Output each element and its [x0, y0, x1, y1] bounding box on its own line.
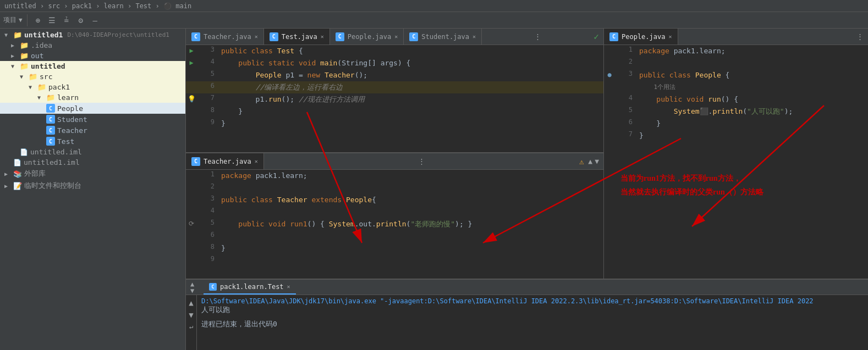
right-editor-pane: C People.java ✕ ⋮ 1: [604, 29, 868, 279]
tab-people-java-right[interactable]: C People.java ✕: [604, 29, 678, 45]
class-icon: C: [191, 32, 200, 41]
gutter-empty: [186, 242, 197, 254]
class-icon: C: [609, 32, 618, 41]
toolbar: 项目 ▼ ⊕ ☰ ≟ ⚙ —: [0, 12, 868, 29]
people-code-editor[interactable]: 1 package pack1.learn; 2 ●: [604, 45, 868, 279]
project-icon: 📁: [13, 31, 22, 39]
line-content: public static void main(String[] args) {: [219, 57, 603, 69]
scroll-up-btn[interactable]: ▲: [188, 297, 194, 308]
enter-btn[interactable]: ↵: [188, 321, 194, 331]
toolbar-add-btn[interactable]: ⊕: [32, 14, 44, 26]
project-label: 项目: [3, 15, 17, 25]
tab-teacher-java-bottom[interactable]: C Teacher.java ✕: [186, 153, 264, 169]
line-number: 8: [197, 105, 219, 118]
line-content: p1.run(); //现在进行方法调用: [219, 93, 603, 105]
tab-student-java[interactable]: C Student.java ✕: [404, 29, 482, 45]
expand-icon: ▼: [20, 74, 26, 80]
toolbar-dropdown[interactable]: ▼: [19, 16, 23, 24]
main-layout: ▼ 📁 untitled1 D:\040-IDEAProject\untitle…: [0, 29, 868, 350]
code-line-3-hint: 1个用法: [604, 81, 868, 93]
code-line-7: 💡 7 p1.run(); //现在进行方法调用: [186, 93, 603, 105]
gutter-run[interactable]: ▶: [186, 45, 197, 57]
gutter-empty: [604, 118, 615, 130]
sidebar-item-label: Teacher: [57, 126, 87, 135]
lamp-icon[interactable]: 💡: [188, 95, 196, 103]
toolbar-close-btn[interactable]: —: [89, 14, 101, 26]
sidebar-item-untitled1[interactable]: ▼ 📁 untitled1 D:\040-IDEAProject\untitle…: [0, 30, 185, 40]
toolbar-sort-btn[interactable]: ≟: [61, 14, 73, 26]
sidebar-item-student[interactable]: C Student: [0, 114, 185, 125]
gutter-empty: [186, 81, 197, 93]
check-icon: ✓: [594, 31, 603, 42]
sidebar-item-teacher[interactable]: C Teacher: [0, 125, 185, 136]
line-content: }: [219, 118, 603, 130]
line-number: 2: [615, 57, 637, 69]
tab-close-btn[interactable]: ✕: [473, 34, 476, 40]
file-icon: 📄: [13, 159, 21, 166]
test-tab-bar: C Teacher.java ✕ C Test.java ✕ C: [186, 29, 603, 45]
scroll-down-btn[interactable]: ▼: [595, 157, 603, 165]
tab-close-btn[interactable]: ✕: [668, 34, 672, 40]
tab-close-btn[interactable]: ✕: [321, 34, 324, 40]
gutter-run[interactable]: ▶: [186, 57, 197, 69]
line-number: 2: [197, 182, 219, 194]
bottom-tab-close-btn[interactable]: ✕: [287, 284, 290, 290]
bottom-output: D:\Software\IDEA\Java\JDK\jdk17\bin\java…: [197, 295, 868, 350]
folder-icon: 📚: [13, 170, 22, 178]
teacher-editor-panel: C Teacher.java ✕ ⋮ ⚠ ▲ ▼: [186, 152, 603, 279]
sidebar-item-untitled[interactable]: ▼ 📁 untitled: [0, 61, 185, 71]
tab-close-btn[interactable]: ✕: [255, 158, 258, 164]
toolbar-settings-btn[interactable]: ⚙: [75, 14, 87, 26]
sidebar-item-test[interactable]: C Test: [0, 136, 185, 147]
sidebar-item-untitled1-iml[interactable]: 📄 untitled1.iml: [0, 157, 185, 168]
sidebar-item-external-libs[interactable]: ▶ 📚 外部库: [0, 168, 185, 180]
tab-teacher-java[interactable]: C Teacher.java ✕: [186, 29, 264, 45]
tab-close-btn[interactable]: ✕: [394, 34, 398, 40]
scroll-down-btn[interactable]: ▼: [188, 309, 194, 320]
run-icon[interactable]: ▶: [189, 47, 193, 54]
code-line-1: 1 package pack1.learn;: [186, 170, 603, 182]
java-cmd-line[interactable]: D:\Software\IDEA\Java\JDK\jdk17\bin\java…: [201, 297, 864, 305]
sidebar-item-idea[interactable]: ▶ 📁 .idea: [0, 40, 185, 51]
gutter-empty: [186, 105, 197, 118]
line-content: //编译看左边，运行看右边: [219, 81, 603, 93]
scroll-up-btn[interactable]: ▲: [588, 157, 595, 165]
scroll-down-arrow[interactable]: ▼: [190, 287, 201, 294]
code-line-9: 9 }: [186, 118, 603, 130]
line-content: public void run() {: [637, 93, 868, 105]
code-line-7: 8 }: [186, 242, 603, 254]
toolbar-list-btn[interactable]: ☰: [46, 14, 58, 26]
sidebar-item-out[interactable]: ▶ 📁 out: [0, 51, 185, 61]
expand-icon: ▶: [4, 183, 11, 189]
tab-more-btn[interactable]: ⋮: [852, 32, 868, 41]
gutter-empty: [186, 118, 197, 130]
sidebar-item-scratches[interactable]: ▶ 📝 临时文件和控制台: [0, 180, 185, 192]
class-icon: C: [336, 32, 344, 41]
gutter-refactor[interactable]: ⟳: [186, 218, 197, 230]
tab-close-btn[interactable]: ✕: [255, 34, 258, 40]
line-content: public class Teacher extends People{: [219, 194, 603, 206]
sidebar-item-learn[interactable]: ▼ 📁 learn: [0, 92, 185, 103]
info-icon: ●: [607, 71, 611, 79]
bottom-tab-test[interactable]: C pack1.learn.Test ✕: [204, 280, 296, 295]
gutter-lamp[interactable]: 💡: [186, 93, 197, 105]
line-number: 7: [615, 130, 637, 142]
sidebar-item-pack1[interactable]: ▼ 📁 pack1: [0, 82, 185, 92]
sidebar-item-people[interactable]: C People: [0, 103, 185, 114]
left-editor-pane: C Teacher.java ✕ C Test.java ✕ C: [186, 29, 604, 279]
scroll-up-arrow[interactable]: ▲: [190, 281, 201, 287]
tab-more-btn[interactable]: ⋮: [530, 32, 546, 41]
sidebar-item-untitled-iml[interactable]: 📄 untitled.iml: [0, 147, 185, 157]
tab-test-java[interactable]: C Test.java ✕: [264, 29, 330, 45]
code-table: ▶ 3 public class Test { ▶ 4 public stati…: [186, 45, 603, 130]
line-number: 3: [615, 69, 637, 81]
sidebar-item-src[interactable]: ▼ 📁 src: [0, 71, 185, 82]
test-code-editor[interactable]: ▶ 3 public class Test { ▶ 4 public stati…: [186, 45, 603, 152]
line-content: System⬛.println("人可以跑");: [637, 105, 868, 118]
teacher-code-editor[interactable]: 1 package pack1.learn; 2: [186, 170, 603, 279]
tab-more-btn[interactable]: ⋮: [414, 157, 430, 165]
gutter-empty: [186, 254, 197, 266]
tab-people-java-top[interactable]: C People.java ✕: [330, 29, 404, 45]
bottom-panel: ▲ ▼ C pack1.learn.Test ✕ ▲ ▼ ↵ D:\Softwa…: [186, 279, 868, 350]
run-icon[interactable]: ▶: [189, 59, 193, 66]
